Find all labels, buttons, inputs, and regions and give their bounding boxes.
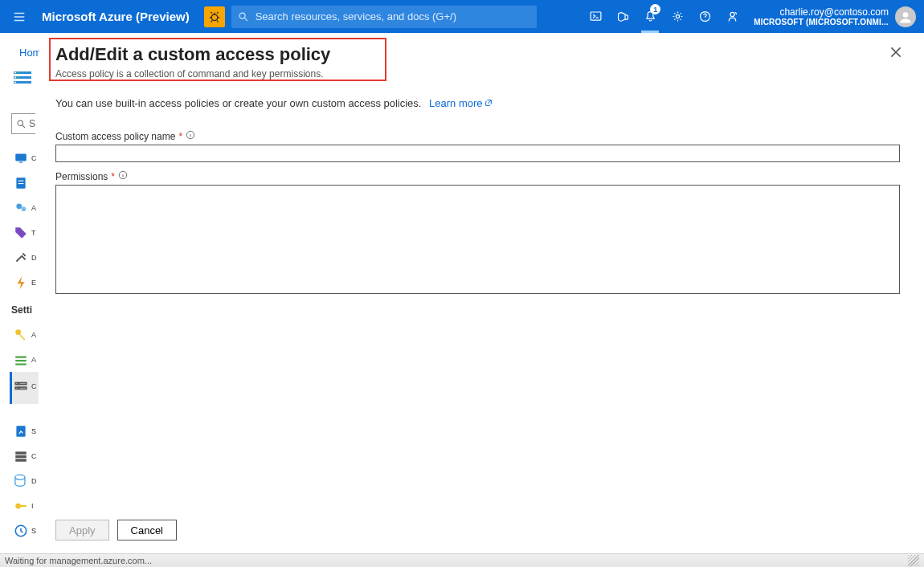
- sidebar-item-scale[interactable]: S: [14, 418, 38, 443]
- svg-point-10: [14, 72, 16, 74]
- browser-status-bar: Waiting for management.azure.com...: [0, 553, 924, 567]
- required-asterisk: *: [111, 171, 115, 182]
- account-directory: MICROSOFT (MICROSOFT.ONMI...: [754, 18, 889, 27]
- sidebar-search-text: S: [29, 118, 35, 129]
- cancel-button[interactable]: Cancel: [117, 520, 177, 540]
- svg-rect-8: [14, 76, 31, 79]
- svg-point-21: [15, 329, 21, 335]
- svg-rect-26: [19, 382, 27, 384]
- sidebar-item-identity[interactable]: I: [14, 493, 38, 518]
- sidebar-item-access[interactable]: A: [14, 195, 38, 220]
- permissions-label: Permissions *: [55, 170, 900, 182]
- svg-point-13: [18, 120, 22, 124]
- preview-bug-badge[interactable]: [204, 6, 225, 27]
- top-icon-bar: 1: [582, 0, 746, 33]
- sidebar-item-data[interactable]: D: [14, 468, 38, 493]
- svg-rect-22: [15, 356, 27, 357]
- learn-more-link[interactable]: Learn more: [429, 97, 492, 109]
- sidebar-item-schedule[interactable]: S: [14, 518, 38, 543]
- name-field-label: Custom access policy name *: [55, 130, 900, 142]
- sidebar-item-tags[interactable]: T: [14, 220, 38, 245]
- intro-text-row: You can use built-in access policies or …: [55, 97, 900, 109]
- sidebar-item-cluster[interactable]: C: [14, 443, 38, 468]
- policy-panel: Add/Edit a custom access policy Access p…: [39, 33, 916, 553]
- svg-rect-27: [15, 387, 18, 389]
- notifications-icon[interactable]: 1: [636, 0, 664, 33]
- svg-point-12: [14, 82, 16, 84]
- sidebar-item-auth[interactable]: A: [14, 347, 38, 372]
- required-asterisk: *: [178, 131, 182, 142]
- svg-point-20: [22, 206, 27, 211]
- svg-rect-14: [15, 153, 27, 161]
- sidebar-search[interactable]: S: [11, 113, 35, 134]
- directories-icon[interactable]: [609, 0, 636, 33]
- svg-rect-24: [15, 363, 27, 365]
- status-text: Waiting for management.azure.com...: [5, 556, 152, 565]
- info-icon[interactable]: [186, 130, 195, 142]
- resize-grip-icon: [908, 555, 919, 566]
- svg-point-3: [676, 14, 679, 18]
- svg-rect-34: [21, 504, 27, 506]
- svg-point-5: [730, 12, 734, 16]
- notification-count: 1: [650, 4, 660, 14]
- global-search-input[interactable]: [256, 10, 530, 22]
- account-area[interactable]: charlie.roy@contoso.com MICROSOFT (MICRO…: [746, 0, 924, 33]
- sidebar-item-activity[interactable]: [14, 170, 38, 195]
- svg-point-33: [15, 503, 21, 508]
- sidebar-item-keys[interactable]: A: [14, 322, 38, 347]
- cloud-shell-icon[interactable]: [582, 0, 609, 33]
- help-icon[interactable]: [691, 0, 718, 33]
- svg-point-1: [239, 13, 245, 18]
- svg-rect-31: [15, 455, 27, 457]
- brand-title[interactable]: Microsoft Azure (Preview): [42, 10, 190, 23]
- sidebar-item-overview[interactable]: C: [14, 145, 38, 170]
- svg-rect-9: [14, 81, 31, 84]
- intro-text: You can use built-in access policies or …: [55, 97, 421, 109]
- apply-button[interactable]: Apply: [55, 520, 109, 540]
- svg-rect-15: [19, 161, 23, 162]
- settings-icon[interactable]: [664, 0, 691, 33]
- svg-rect-25: [15, 382, 18, 384]
- svg-rect-28: [19, 387, 27, 389]
- sidebar-item-events[interactable]: E: [14, 270, 38, 295]
- external-link-icon: [484, 97, 493, 105]
- svg-rect-7: [14, 71, 31, 74]
- svg-point-11: [14, 77, 16, 79]
- hamburger-menu[interactable]: [0, 0, 39, 33]
- svg-point-0: [211, 14, 218, 21]
- sidebar-item-diagnose[interactable]: D: [14, 245, 38, 270]
- svg-rect-32: [15, 459, 27, 461]
- policy-name-input[interactable]: [55, 145, 900, 162]
- azure-top-bar: Microsoft Azure (Preview) 1 charlie.roy@…: [0, 0, 924, 33]
- avatar: [895, 6, 916, 27]
- global-search[interactable]: [231, 6, 537, 28]
- svg-rect-17: [18, 180, 24, 181]
- sidebar-item-custom-policy[interactable]: C: [14, 373, 38, 398]
- close-icon[interactable]: [889, 45, 903, 59]
- svg-rect-18: [18, 183, 24, 184]
- breadcrumb-home[interactable]: Hom: [19, 47, 41, 59]
- highlight-annotation: [49, 38, 386, 81]
- sidebar-settings-header: Setti: [11, 304, 32, 316]
- svg-point-6: [903, 12, 909, 18]
- svg-rect-23: [15, 360, 27, 361]
- svg-rect-30: [15, 451, 27, 454]
- info-icon[interactable]: [118, 170, 128, 182]
- account-email: charlie.roy@contoso.com: [754, 6, 889, 18]
- svg-point-19: [16, 203, 22, 209]
- resource-icon: [11, 68, 40, 94]
- permissions-box[interactable]: [55, 185, 900, 294]
- feedback-icon[interactable]: [718, 0, 746, 33]
